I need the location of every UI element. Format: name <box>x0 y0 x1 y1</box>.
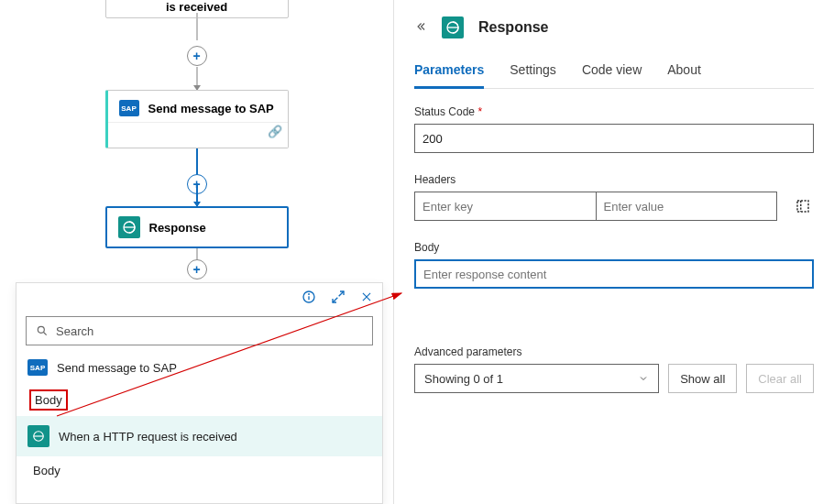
add-step-button[interactable]: + <box>187 46 207 66</box>
panel-tabs: Parameters Settings Code view About <box>414 62 814 89</box>
header-key-input[interactable] <box>415 192 596 220</box>
search-placeholder: Search <box>56 324 93 338</box>
picker-section-label: Send message to SAP <box>57 361 177 375</box>
tab-parameters[interactable]: Parameters <box>414 62 484 89</box>
svg-point-4 <box>38 326 44 333</box>
add-step-button[interactable]: + <box>187 259 207 279</box>
connector <box>196 13 198 40</box>
connector <box>196 148 198 176</box>
show-all-button[interactable]: Show all <box>668 364 737 393</box>
clear-all-button[interactable]: Clear all <box>746 364 814 393</box>
svg-rect-7 <box>797 201 808 212</box>
headers-label: Headers <box>414 173 814 186</box>
tab-settings[interactable]: Settings <box>510 62 556 88</box>
body-label: Body <box>414 241 814 254</box>
sap-icon: SAP <box>27 359 48 376</box>
expand-icon[interactable] <box>331 290 346 308</box>
sap-card-label: Send message to SAP <box>148 102 274 115</box>
search-icon <box>36 324 49 337</box>
picker-token-body[interactable]: Body <box>29 462 64 479</box>
status-code-label: Status Code * <box>414 105 814 118</box>
response-card-selected[interactable]: Response <box>105 206 289 248</box>
sap-icon: SAP <box>119 100 139 116</box>
trigger-card-label: is received <box>166 0 227 14</box>
designer-canvas[interactable]: is received + SAP Send message to SAP 🔗 … <box>0 0 394 504</box>
picker-section-http[interactable]: When a HTTP request is received <box>16 416 382 456</box>
picker-section-sap[interactable]: SAP Send message to SAP <box>16 351 382 384</box>
dynamic-content-picker: Search SAP Send message to SAP Body When… <box>16 282 383 504</box>
header-value-input[interactable] <box>597 192 777 220</box>
response-icon <box>118 216 140 238</box>
http-trigger-icon <box>27 425 49 447</box>
tab-about[interactable]: About <box>667 62 701 88</box>
body-input[interactable] <box>414 259 814 289</box>
sap-action-card[interactable]: SAP Send message to SAP 🔗 <box>105 90 289 148</box>
properties-panel: Response Parameters Settings Code view A… <box>394 0 834 504</box>
picker-section-label: When a HTTP request is received <box>59 430 237 444</box>
search-input[interactable]: Search <box>26 316 373 345</box>
advanced-select[interactable]: Showing 0 of 1 <box>414 364 659 393</box>
close-icon[interactable] <box>360 290 373 307</box>
chevron-down-icon <box>638 373 649 384</box>
link-icon: 🔗 <box>268 125 282 138</box>
info-icon[interactable] <box>302 290 316 308</box>
response-card-label: Response <box>149 221 206 235</box>
advanced-label: Advanced parameters <box>414 345 814 358</box>
collapse-panel-button[interactable] <box>414 20 427 36</box>
response-icon <box>442 16 464 38</box>
panel-title: Response <box>478 19 548 36</box>
picker-token-body[interactable]: Body <box>29 389 68 411</box>
toggle-mode-icon[interactable] <box>792 195 814 217</box>
tab-code-view[interactable]: Code view <box>582 62 642 88</box>
svg-point-3 <box>309 294 310 295</box>
status-code-input[interactable] <box>414 124 814 153</box>
